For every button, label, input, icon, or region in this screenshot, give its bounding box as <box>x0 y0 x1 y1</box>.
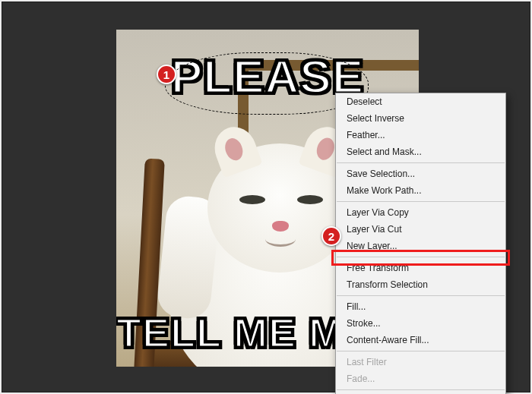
ctx-free-transform[interactable]: Free Transform <box>336 260 505 276</box>
ctx-select-inverse[interactable]: Select Inverse <box>336 110 505 127</box>
ctx-stroke[interactable]: Stroke... <box>336 315 505 332</box>
ctx-separator <box>337 257 505 257</box>
scene-cat-eye-left <box>239 195 265 204</box>
ctx-layer-via-cut[interactable]: Layer Via Cut <box>336 221 505 238</box>
ctx-separator <box>337 295 505 296</box>
scene-cat-eye-right <box>297 195 323 204</box>
ctx-make-work-path[interactable]: Make Work Path... <box>336 182 505 199</box>
ctx-content-aware-fill[interactable]: Content-Aware Fill... <box>336 332 505 348</box>
ctx-fill[interactable]: Fill... <box>336 298 505 315</box>
step-badge-1: 1 <box>157 65 176 84</box>
ctx-last-filter: Last Filter <box>336 354 505 370</box>
ctx-new-layer[interactable]: New Layer... <box>336 238 505 254</box>
ctx-deselect[interactable]: Deselect <box>336 93 505 110</box>
scene-cat-mouth <box>265 232 296 247</box>
step-badge-2: 2 <box>321 226 341 246</box>
editor-workspace: PLEASE TELL ME MORE 1 2 Deselect Select … <box>2 2 530 392</box>
ctx-feather[interactable]: Feather... <box>336 127 505 143</box>
ctx-fade: Fade... <box>336 370 505 387</box>
context-menu: Deselect Select Inverse Feather... Selec… <box>335 93 506 394</box>
ctx-save-selection[interactable]: Save Selection... <box>336 165 505 182</box>
ctx-separator <box>337 162 505 163</box>
scene-cat-nose <box>272 221 289 232</box>
ctx-separator <box>337 389 505 390</box>
ctx-separator <box>337 201 505 202</box>
ctx-select-and-mask[interactable]: Select and Mask... <box>336 143 505 160</box>
ctx-layer-via-copy[interactable]: Layer Via Copy <box>336 204 505 221</box>
ctx-transform-selection[interactable]: Transform Selection <box>336 276 505 293</box>
ctx-separator <box>337 351 505 351</box>
